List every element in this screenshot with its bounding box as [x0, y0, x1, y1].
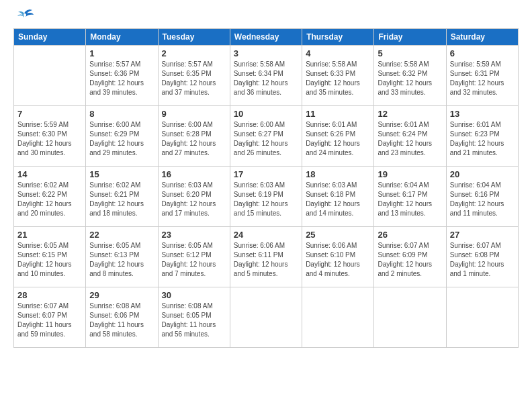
calendar-cell: 9Sunrise: 6:00 AM Sunset: 6:28 PM Daylig… — [158, 106, 230, 167]
calendar-cell: 23Sunrise: 6:05 AM Sunset: 6:12 PM Dayli… — [158, 227, 230, 287]
day-info: Sunrise: 6:01 AM Sunset: 6:23 PM Dayligh… — [450, 120, 515, 158]
calendar-cell: 18Sunrise: 6:03 AM Sunset: 6:18 PM Dayli… — [302, 167, 374, 227]
day-number: 27 — [450, 230, 515, 240]
day-info: Sunrise: 6:05 AM Sunset: 6:12 PM Dayligh… — [162, 241, 226, 279]
day-info: Sunrise: 6:03 AM Sunset: 6:20 PM Dayligh… — [162, 181, 226, 218]
day-info: Sunrise: 6:02 AM Sunset: 6:21 PM Dayligh… — [89, 181, 154, 218]
day-info: Sunrise: 5:58 AM Sunset: 6:33 PM Dayligh… — [306, 60, 370, 97]
day-info: Sunrise: 6:03 AM Sunset: 6:19 PM Dayligh… — [234, 181, 298, 218]
day-info: Sunrise: 6:06 AM Sunset: 6:11 PM Dayligh… — [234, 241, 298, 279]
weekday-header-tuesday: Tuesday — [158, 29, 230, 46]
calendar-cell: 14Sunrise: 6:02 AM Sunset: 6:22 PM Dayli… — [14, 167, 86, 227]
calendar-header-row: SundayMondayTuesdayWednesdayThursdayFrid… — [14, 29, 519, 46]
calendar-cell — [446, 287, 518, 348]
calendar-cell: 11Sunrise: 6:01 AM Sunset: 6:26 PM Dayli… — [302, 106, 374, 167]
day-info: Sunrise: 6:02 AM Sunset: 6:22 PM Dayligh… — [17, 181, 82, 218]
day-info: Sunrise: 5:58 AM Sunset: 6:34 PM Dayligh… — [234, 60, 298, 97]
calendar-cell: 13Sunrise: 6:01 AM Sunset: 6:23 PM Dayli… — [446, 106, 518, 167]
calendar-cell — [14, 46, 86, 106]
day-number: 15 — [89, 169, 154, 179]
calendar-cell — [230, 287, 302, 348]
weekday-header-monday: Monday — [86, 29, 158, 46]
day-number: 2 — [162, 48, 226, 58]
calendar-cell: 12Sunrise: 6:01 AM Sunset: 6:24 PM Dayli… — [374, 106, 446, 167]
calendar-cell: 30Sunrise: 6:08 AM Sunset: 6:05 PM Dayli… — [158, 287, 230, 348]
day-info: Sunrise: 5:58 AM Sunset: 6:32 PM Dayligh… — [378, 60, 442, 97]
day-number: 28 — [17, 290, 82, 300]
day-number: 18 — [306, 169, 370, 179]
day-info: Sunrise: 6:07 AM Sunset: 6:09 PM Dayligh… — [378, 241, 442, 279]
day-info: Sunrise: 6:05 AM Sunset: 6:13 PM Dayligh… — [89, 241, 154, 279]
day-number: 8 — [89, 109, 154, 119]
day-number: 16 — [162, 169, 226, 179]
weekday-header-wednesday: Wednesday — [230, 29, 302, 46]
day-number: 26 — [378, 230, 442, 240]
day-number: 12 — [378, 109, 442, 119]
weekday-header-sunday: Sunday — [14, 29, 86, 46]
day-number: 24 — [234, 230, 298, 240]
calendar-cell: 20Sunrise: 6:04 AM Sunset: 6:16 PM Dayli… — [446, 167, 518, 227]
calendar-cell: 21Sunrise: 6:05 AM Sunset: 6:15 PM Dayli… — [14, 227, 86, 287]
day-info: Sunrise: 6:04 AM Sunset: 6:16 PM Dayligh… — [450, 181, 515, 218]
day-info: Sunrise: 6:07 AM Sunset: 6:07 PM Dayligh… — [17, 302, 82, 339]
day-number: 22 — [89, 230, 154, 240]
calendar-cell: 3Sunrise: 5:58 AM Sunset: 6:34 PM Daylig… — [230, 46, 302, 106]
calendar-cell — [302, 287, 374, 348]
calendar-cell: 10Sunrise: 6:00 AM Sunset: 6:27 PM Dayli… — [230, 106, 302, 167]
day-number: 1 — [89, 48, 154, 58]
calendar-cell: 8Sunrise: 6:00 AM Sunset: 6:29 PM Daylig… — [86, 106, 158, 167]
day-info: Sunrise: 5:59 AM Sunset: 6:30 PM Dayligh… — [17, 120, 82, 158]
day-number: 13 — [450, 109, 515, 119]
day-number: 4 — [306, 48, 370, 58]
calendar-cell: 5Sunrise: 5:58 AM Sunset: 6:32 PM Daylig… — [374, 46, 446, 106]
day-number: 11 — [306, 109, 370, 119]
calendar-cell: 6Sunrise: 5:59 AM Sunset: 6:31 PM Daylig… — [446, 46, 518, 106]
day-number: 9 — [162, 109, 226, 119]
calendar-cell — [374, 287, 446, 348]
calendar-cell: 29Sunrise: 6:08 AM Sunset: 6:06 PM Dayli… — [86, 287, 158, 348]
day-info: Sunrise: 6:08 AM Sunset: 6:06 PM Dayligh… — [89, 302, 154, 339]
logo — [13, 13, 34, 21]
calendar-cell: 17Sunrise: 6:03 AM Sunset: 6:19 PM Dayli… — [230, 167, 302, 227]
day-info: Sunrise: 6:07 AM Sunset: 6:08 PM Dayligh… — [450, 241, 515, 279]
calendar-cell: 4Sunrise: 5:58 AM Sunset: 6:33 PM Daylig… — [302, 46, 374, 106]
day-number: 25 — [306, 230, 370, 240]
calendar-cell: 1Sunrise: 5:57 AM Sunset: 6:36 PM Daylig… — [86, 46, 158, 106]
day-info: Sunrise: 6:05 AM Sunset: 6:15 PM Dayligh… — [17, 241, 82, 279]
day-info: Sunrise: 6:01 AM Sunset: 6:26 PM Dayligh… — [306, 120, 370, 158]
day-info: Sunrise: 6:00 AM Sunset: 6:28 PM Dayligh… — [162, 120, 226, 158]
day-number: 14 — [17, 169, 82, 179]
calendar-cell: 7Sunrise: 5:59 AM Sunset: 6:30 PM Daylig… — [14, 106, 86, 167]
day-number: 6 — [450, 48, 515, 58]
calendar-cell: 2Sunrise: 5:57 AM Sunset: 6:35 PM Daylig… — [158, 46, 230, 106]
day-number: 21 — [17, 230, 82, 240]
calendar-cell: 25Sunrise: 6:06 AM Sunset: 6:10 PM Dayli… — [302, 227, 374, 287]
day-info: Sunrise: 5:59 AM Sunset: 6:31 PM Dayligh… — [450, 60, 515, 97]
calendar-week-row: 14Sunrise: 6:02 AM Sunset: 6:22 PM Dayli… — [14, 167, 519, 227]
day-info: Sunrise: 6:08 AM Sunset: 6:05 PM Dayligh… — [162, 302, 226, 339]
page-header — [13, 13, 519, 21]
day-number: 23 — [162, 230, 226, 240]
day-info: Sunrise: 5:57 AM Sunset: 6:35 PM Dayligh… — [162, 60, 226, 97]
calendar-cell: 27Sunrise: 6:07 AM Sunset: 6:08 PM Dayli… — [446, 227, 518, 287]
calendar-cell: 15Sunrise: 6:02 AM Sunset: 6:21 PM Dayli… — [86, 167, 158, 227]
calendar-cell: 28Sunrise: 6:07 AM Sunset: 6:07 PM Dayli… — [14, 287, 86, 348]
day-number: 3 — [234, 48, 298, 58]
calendar-cell: 24Sunrise: 6:06 AM Sunset: 6:11 PM Dayli… — [230, 227, 302, 287]
day-info: Sunrise: 6:00 AM Sunset: 6:29 PM Dayligh… — [89, 120, 154, 158]
day-number: 17 — [234, 169, 298, 179]
day-info: Sunrise: 6:03 AM Sunset: 6:18 PM Dayligh… — [306, 181, 370, 218]
day-info: Sunrise: 6:00 AM Sunset: 6:27 PM Dayligh… — [234, 120, 298, 158]
calendar-cell: 26Sunrise: 6:07 AM Sunset: 6:09 PM Dayli… — [374, 227, 446, 287]
calendar-week-row: 28Sunrise: 6:07 AM Sunset: 6:07 PM Dayli… — [14, 287, 519, 348]
day-info: Sunrise: 5:57 AM Sunset: 6:36 PM Dayligh… — [89, 60, 154, 97]
calendar-cell: 19Sunrise: 6:04 AM Sunset: 6:17 PM Dayli… — [374, 167, 446, 227]
day-number: 29 — [89, 290, 154, 300]
day-info: Sunrise: 6:04 AM Sunset: 6:17 PM Dayligh… — [378, 181, 442, 218]
day-number: 10 — [234, 109, 298, 119]
calendar-cell: 16Sunrise: 6:03 AM Sunset: 6:20 PM Dayli… — [158, 167, 230, 227]
calendar-week-row: 7Sunrise: 5:59 AM Sunset: 6:30 PM Daylig… — [14, 106, 519, 167]
day-number: 7 — [17, 109, 82, 119]
weekday-header-friday: Friday — [374, 29, 446, 46]
day-number: 20 — [450, 169, 515, 179]
